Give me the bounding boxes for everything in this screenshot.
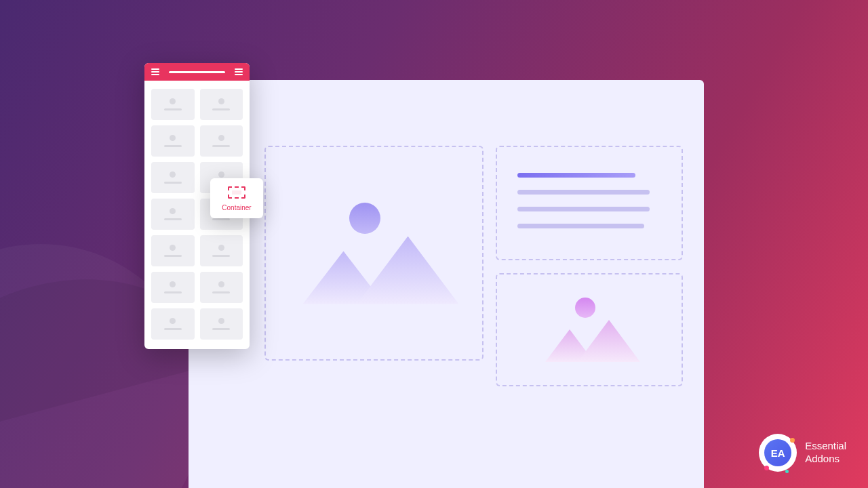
dropzone-image-small[interactable]: [496, 273, 683, 386]
widget-label-placeholder: [212, 291, 230, 293]
widget-label-placeholder: [212, 218, 230, 220]
text-line-placeholder: [517, 190, 650, 195]
brand-name: Essential Addons: [805, 440, 846, 466]
widget-label-placeholder: [212, 255, 230, 257]
widget-item[interactable]: [151, 125, 195, 157]
dropzone-image-large[interactable]: [264, 146, 484, 361]
widget-item[interactable]: [200, 308, 243, 340]
widget-item[interactable]: [200, 89, 243, 120]
apps-icon[interactable]: [235, 68, 243, 75]
image-placeholder-icon: [303, 203, 446, 304]
widgets-panel: Container: [144, 63, 250, 349]
panel-header: [144, 63, 250, 81]
dragged-widget-container[interactable]: Container: [210, 178, 263, 218]
text-line-placeholder: [517, 207, 650, 211]
widget-item[interactable]: [200, 125, 243, 157]
widget-label-placeholder: [212, 108, 230, 110]
widget-item[interactable]: [151, 89, 195, 120]
widget-thumb-icon: [218, 171, 224, 178]
widget-item[interactable]: [151, 308, 195, 340]
brand-abbrev: EA: [764, 439, 791, 466]
widget-thumb-icon: [170, 98, 176, 104]
brand-logo: EA: [759, 434, 797, 472]
menu-icon[interactable]: [151, 68, 159, 75]
widget-label-placeholder: [164, 255, 182, 257]
widget-label-placeholder: [164, 145, 182, 147]
decorative-dot-icon: [790, 438, 795, 443]
widget-label-placeholder: [164, 218, 182, 220]
widget-label-placeholder: [164, 328, 182, 330]
brand-line2: Addons: [805, 453, 846, 466]
widget-thumb-icon: [170, 281, 176, 287]
widget-label-placeholder: [212, 145, 230, 147]
widget-thumb-icon: [218, 135, 224, 141]
widget-thumb-icon: [218, 318, 224, 324]
widget-item[interactable]: [151, 272, 195, 303]
decorative-dot-icon: [785, 470, 789, 473]
widget-item[interactable]: [151, 199, 195, 230]
container-icon: [228, 186, 245, 199]
decorative-dot-icon: [764, 466, 769, 470]
widget-item[interactable]: [200, 235, 243, 266]
widget-thumb-icon: [170, 135, 176, 141]
widget-item[interactable]: [151, 162, 195, 193]
widget-thumb-icon: [218, 98, 224, 104]
widget-label-placeholder: [164, 108, 182, 110]
widget-label-placeholder: [212, 328, 230, 330]
text-heading-placeholder: [517, 173, 635, 178]
widget-label-placeholder: [164, 291, 182, 293]
text-line-placeholder: [517, 224, 644, 228]
brand-badge: EA Essential Addons: [759, 434, 846, 472]
editor-canvas[interactable]: [189, 80, 704, 488]
image-placeholder-icon: [545, 298, 633, 362]
widget-thumb-icon: [170, 171, 176, 178]
dropzone-text[interactable]: [496, 146, 683, 260]
panel-tab-indicator: [169, 71, 225, 73]
widget-thumb-icon: [218, 245, 224, 251]
widget-item[interactable]: [151, 235, 195, 266]
widget-thumb-icon: [170, 208, 176, 214]
widget-label-placeholder: [164, 182, 182, 184]
widget-thumb-icon: [170, 245, 176, 251]
widget-thumb-icon: [170, 318, 176, 324]
dragged-widget-label: Container: [222, 204, 251, 211]
widget-thumb-icon: [218, 281, 224, 287]
brand-line1: Essential: [805, 440, 846, 453]
widget-item[interactable]: [200, 272, 243, 303]
